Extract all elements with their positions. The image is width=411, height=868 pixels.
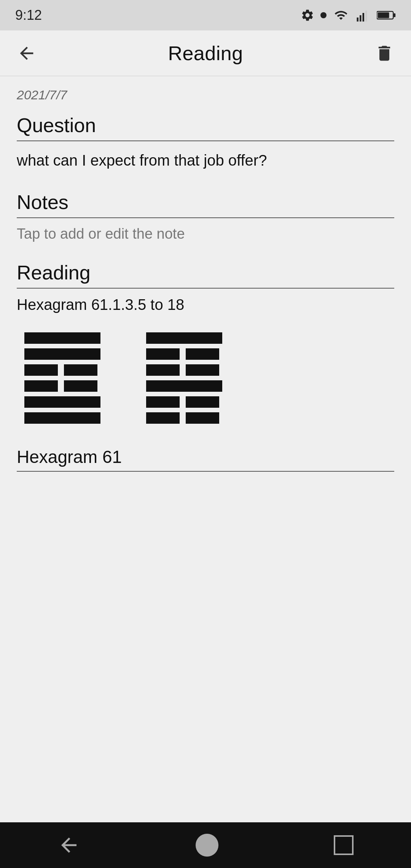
line-5 [24,348,100,360]
back-icon [17,43,37,63]
hexagram-left [24,332,100,424]
line-6 [24,332,100,344]
line-broken-left [24,380,58,392]
line-broken-right [186,348,219,360]
status-icons [301,8,396,22]
line-5 [146,348,222,360]
settings-icon [301,8,314,22]
nav-home-button[interactable] [196,834,218,857]
line-full [24,412,100,424]
line-broken-left [146,396,180,408]
svg-rect-1 [360,15,362,22]
line-2 [146,396,222,408]
line-full [24,396,100,408]
wifi-icon [333,8,349,22]
page-title: Reading [168,42,243,65]
reading-section-label: Reading [17,261,394,289]
delete-button[interactable] [369,38,400,69]
question-value[interactable]: what can I expect from that job offer? [17,149,394,172]
svg-rect-6 [378,13,389,18]
nav-back-icon [57,834,80,857]
line-4 [146,364,222,376]
line-2 [24,396,100,408]
notification-dot [320,12,327,18]
back-button[interactable] [11,38,42,69]
line-full [146,380,222,392]
line-4 [24,364,100,376]
line-broken-right [64,380,97,392]
content-area: 2021/7/7 Question what can I expect from… [0,76,411,822]
svg-rect-2 [363,13,365,22]
status-time: 9:12 [15,7,42,23]
line-broken-left [146,364,180,376]
notes-section-label: Notes [17,191,394,218]
line-3 [146,380,222,392]
line-full [146,332,222,344]
hexagrams-container [17,332,394,424]
line-broken-right [186,396,219,408]
hexagram-reference: Hexagram 61.1.3.5 to 18 [17,296,394,313]
line-3 [24,380,100,392]
line-6 [146,332,222,344]
nav-recents-button[interactable] [334,835,354,855]
nav-recents-square [334,835,354,855]
svg-rect-5 [393,13,395,17]
delete-icon [374,43,394,63]
app-bar: Reading [0,30,411,76]
nav-bar [0,822,411,868]
hexagram-61-label: Hexagram 61 [17,447,394,472]
hexagram-right [146,332,222,424]
svg-rect-0 [357,18,359,22]
svg-rect-3 [365,11,367,22]
line-full [24,332,100,344]
line-broken-left [146,348,180,360]
status-bar: 9:12 [0,0,411,30]
nav-home-circle [196,834,218,857]
line-broken-right [186,412,219,424]
line-broken-right [64,364,97,376]
line-full [24,348,100,360]
line-broken-right [186,364,219,376]
date-label: 2021/7/7 [17,88,394,102]
line-1 [146,412,222,424]
notes-placeholder[interactable]: Tap to add or edit the note [17,226,394,242]
question-section-label: Question [17,114,394,141]
line-broken-left [146,412,180,424]
line-1 [24,412,100,424]
nav-back-button[interactable] [57,834,80,857]
line-broken-left [24,364,58,376]
battery-icon [377,8,396,22]
signal-icon [355,8,371,22]
